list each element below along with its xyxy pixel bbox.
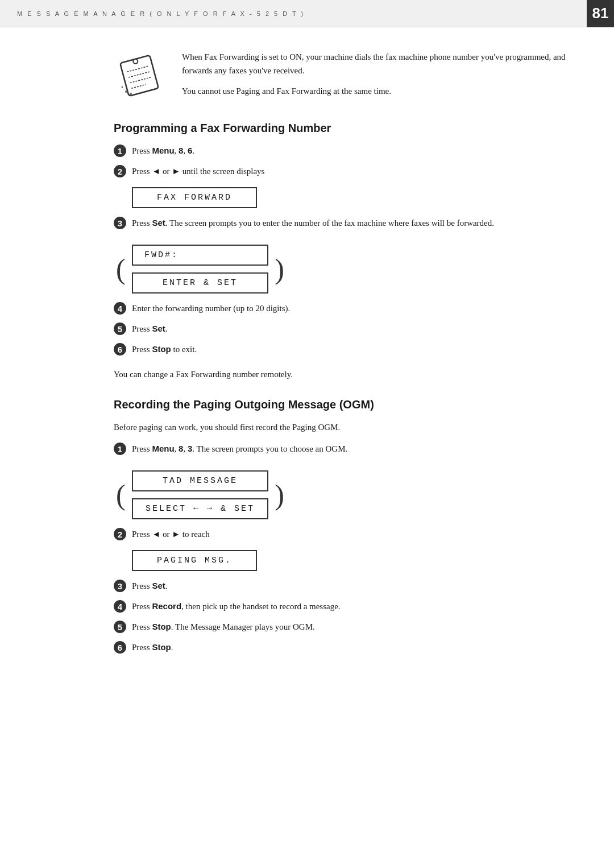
key-3: 3	[188, 444, 192, 453]
intro-paragraph-1: When Fax Forwarding is set to ON, your m…	[182, 50, 569, 77]
step-2-5: 5 Press Stop. The Message Manager plays …	[114, 620, 569, 634]
section1-closing: You can change a Fax Forwarding number r…	[114, 367, 569, 381]
page-number: 81	[587, 0, 614, 27]
lcd-fax-forward: FAX FORWARD	[132, 187, 257, 208]
bracket-right-2: )	[275, 483, 284, 506]
lcd-enter-set: ENTER & SET	[132, 272, 268, 294]
lcd-tad-stacked: TAD MESSAGE SELECT ← → & SET	[132, 468, 268, 522]
step2-num-2: 2	[114, 528, 126, 540]
intro-section: When Fax Forwarding is set to ON, your m…	[114, 50, 569, 105]
key-set-5: Set	[152, 324, 165, 333]
svg-point-5	[132, 59, 138, 64]
step-num-6: 6	[114, 343, 126, 356]
step-content-6: Press Stop to exit.	[132, 342, 569, 356]
key-set-3: Set	[152, 218, 165, 228]
header-bar: M E S S A G E M A N A G E R ( O N L Y F …	[0, 0, 614, 27]
section2-steps: 1 Press Menu, 8, 3. The screen prompts y…	[114, 442, 569, 654]
step-1-3: 3 Press Set. The screen prompts you to e…	[114, 216, 569, 230]
step-1-6: 6 Press Stop to exit.	[114, 342, 569, 356]
step2-num-4: 4	[114, 600, 126, 613]
lcd-stacked: FWD#: ENTER & SET	[132, 242, 268, 296]
step-content-5: Press Set.	[132, 322, 569, 336]
key-menu-2: Menu	[152, 444, 174, 453]
step2-content-6: Press Stop.	[132, 640, 569, 654]
step2-content-3: Press Set.	[132, 579, 569, 593]
step-num-5: 5	[114, 323, 126, 335]
key-stop-2-5: Stop	[152, 622, 171, 631]
section1-steps: 1 Press Menu, 8, 6. 2 Press ◄ or ► until…	[114, 144, 569, 356]
key-menu: Menu	[152, 146, 174, 155]
section1-heading: Programming a Fax Forwarding Number	[114, 122, 569, 135]
step-num-2: 2	[114, 165, 126, 177]
lcd-tad-message: TAD MESSAGE	[132, 470, 268, 491]
main-content: When Fax Forwarding is set to ON, your m…	[0, 27, 614, 694]
step2-num-1: 1	[114, 443, 126, 455]
intro-paragraph-2: You cannot use Paging and Fax Forwarding…	[182, 84, 569, 98]
step2-content-2: Press ◄ or ► to reach	[132, 527, 569, 541]
step2-content-1: Press Menu, 8, 3. The screen prompts you…	[132, 442, 569, 456]
svg-point-8	[122, 86, 123, 88]
step-1-1: 1 Press Menu, 8, 6.	[114, 144, 569, 158]
section1: Programming a Fax Forwarding Number 1 Pr…	[114, 122, 569, 381]
key-stop-6: Stop	[152, 344, 171, 354]
key-stop-2-6: Stop	[152, 642, 171, 652]
section2-heading: Recording the Paging Outgoing Message (O…	[114, 398, 569, 411]
bracket-right: )	[275, 258, 284, 280]
lcd-fax-forward-wrap: FAX FORWARD	[132, 185, 569, 210]
lcd-tad-group: ( TAD MESSAGE SELECT ← → & SET )	[132, 468, 268, 522]
section2-intro: Before paging can work, you should first…	[114, 420, 569, 434]
step-1-4: 4 Enter the forwarding number (up to 20 …	[114, 301, 569, 315]
step-num-4: 4	[114, 302, 126, 315]
lcd-select-set: SELECT ← → & SET	[132, 498, 268, 519]
lcd-paging-wrap: PAGING MSG.	[132, 548, 569, 573]
intro-text: When Fax Forwarding is set to ON, your m…	[182, 50, 569, 105]
step2-content-4: Press Record, then pick up the handset t…	[132, 600, 569, 613]
step-num-1: 1	[114, 144, 126, 157]
step2-content-5: Press Stop. The Message Manager plays yo…	[132, 620, 569, 634]
step-content-3: Press Set. The screen prompts you to ent…	[132, 216, 569, 230]
key-set-2-3: Set	[152, 581, 165, 590]
step2-num-5: 5	[114, 621, 126, 633]
key-8-2: 8	[179, 444, 183, 453]
lcd-fwd-group: ( FWD#: ENTER & SET )	[132, 242, 268, 296]
key-6: 6	[188, 146, 192, 155]
step-content-4: Enter the forwarding number (up to 20 di…	[132, 301, 569, 315]
section2: Recording the Paging Outgoing Message (O…	[114, 398, 569, 654]
step-content-1: Press Menu, 8, 6.	[132, 144, 569, 158]
step-num-3: 3	[114, 217, 126, 229]
step-1-2: 2 Press ◄ or ► until the screen displays	[114, 164, 569, 178]
svg-rect-0	[120, 55, 159, 96]
step2-num-6: 6	[114, 641, 126, 654]
key-record: Record	[152, 601, 181, 611]
lcd-fwd: FWD#:	[132, 245, 268, 266]
bracket-left: (	[116, 258, 126, 280]
step-2-3: 3 Press Set.	[114, 579, 569, 593]
step-2-6: 6 Press Stop.	[114, 640, 569, 654]
step-2-1: 1 Press Menu, 8, 3. The screen prompts y…	[114, 442, 569, 456]
lcd-paging: PAGING MSG.	[132, 550, 257, 571]
tip-icon	[114, 53, 165, 98]
key-8: 8	[179, 146, 183, 155]
step-2-2: 2 Press ◄ or ► to reach	[114, 527, 569, 541]
step2-num-3: 3	[114, 580, 126, 592]
svg-point-6	[125, 90, 127, 93]
step-1-5: 5 Press Set.	[114, 322, 569, 336]
step-2-4: 4 Press Record, then pick up the handset…	[114, 600, 569, 613]
bracket-left-2: (	[116, 483, 126, 506]
step-content-2: Press ◄ or ► until the screen displays	[132, 164, 569, 178]
header-title: M E S S A G E M A N A G E R ( O N L Y F …	[17, 10, 305, 17]
svg-point-7	[130, 93, 132, 95]
